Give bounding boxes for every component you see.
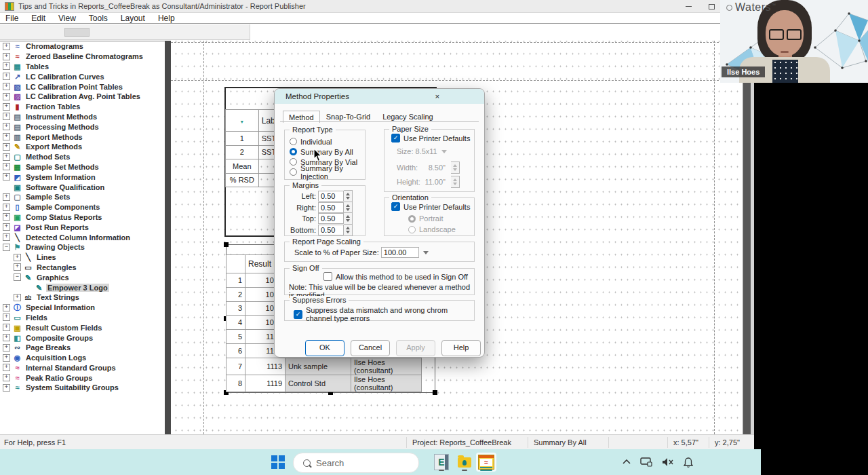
collapse-toggle-icon[interactable]: − xyxy=(3,244,10,251)
panel-divider[interactable] xyxy=(165,41,171,434)
tree-item-report-methods[interactable]: +▥Report Methods xyxy=(0,132,165,142)
expand-toggle-icon[interactable]: + xyxy=(3,62,10,70)
tree-item-special-information[interactable]: +ⓘSpecial Information xyxy=(0,303,165,313)
margin-spinner[interactable] xyxy=(344,224,353,236)
suppress-errors-checkbox-row[interactable]: ✓ Suppress data mismatch and wrong chrom… xyxy=(294,306,474,322)
expand-toggle-icon[interactable]: + xyxy=(3,334,10,341)
expand-toggle-icon[interactable]: + xyxy=(3,314,10,321)
tree-item-sample-components[interactable]: +▯Sample Components xyxy=(0,202,165,212)
expand-toggle-icon[interactable]: + xyxy=(3,153,10,161)
tree-item-instrument-methods[interactable]: +▤Instrument Methods xyxy=(0,112,165,122)
margin-spinner[interactable] xyxy=(344,202,353,214)
project-folder-taskbar-button[interactable] xyxy=(454,453,475,472)
radio-option-summary-by-injection[interactable]: Summary By Injection xyxy=(290,167,365,177)
margin-input[interactable]: 0.50 xyxy=(318,213,344,224)
radio-icon[interactable] xyxy=(290,168,297,176)
use-printer-defaults-checkbox[interactable]: ✓ xyxy=(391,134,400,142)
menu-item-help[interactable]: Help xyxy=(158,14,175,23)
expand-toggle-icon[interactable]: + xyxy=(3,374,10,381)
expand-toggle-icon[interactable]: + xyxy=(3,204,10,211)
minimize-button[interactable] xyxy=(679,2,697,11)
close-icon[interactable]: × xyxy=(391,92,485,100)
network-display-icon[interactable] xyxy=(640,457,652,467)
radio-icon[interactable] xyxy=(290,158,297,166)
use-printer-defaults-checkbox-row[interactable]: ✓ Use Printer Defaults xyxy=(391,134,470,142)
expand-toggle-icon[interactable]: + xyxy=(3,143,10,151)
tree-item-chromatograms[interactable]: +≈Chromatograms xyxy=(0,41,165,52)
expand-toggle-icon[interactable]: + xyxy=(3,193,10,201)
margin-input[interactable]: 0.50 xyxy=(318,225,344,235)
expand-toggle-icon[interactable]: + xyxy=(3,233,10,241)
tree-item-processing-methods[interactable]: +▤Processing Methods xyxy=(0,121,165,132)
orientation-printer-defaults-checkbox[interactable]: ✓ xyxy=(391,202,400,211)
margin-input[interactable]: 0.50 xyxy=(318,191,344,202)
start-button[interactable] xyxy=(271,455,285,469)
expand-toggle-icon[interactable]: + xyxy=(3,53,10,60)
tree-item-drawing-objects[interactable]: −⚑Drawing Objects xyxy=(0,242,165,252)
tree-item-result-custom-fields[interactable]: +▣Result Custom Fields xyxy=(0,322,165,332)
expand-toggle-icon[interactable]: + xyxy=(14,294,21,301)
tree-item-composite-groups[interactable]: +◧Composite Groups xyxy=(0,332,165,343)
expand-toggle-icon[interactable]: + xyxy=(3,123,10,130)
cancel-button[interactable]: Cancel xyxy=(351,340,390,356)
toolbar-button[interactable] xyxy=(64,28,90,37)
tree-item-sample-set-methods[interactable]: +▦Sample Set Methods xyxy=(0,162,165,172)
radio-option-summary-by-all[interactable]: Summary By All xyxy=(290,147,365,157)
tree-item-text-strings[interactable]: +abText Strings xyxy=(0,292,165,303)
tree-item-comp-status-reports[interactable]: +▣Comp Status Reports xyxy=(0,212,165,223)
selection-handle[interactable] xyxy=(433,390,437,395)
scaling-select[interactable]: 100.00 xyxy=(381,247,419,258)
expand-toggle-icon[interactable]: + xyxy=(3,344,10,352)
margin-spinner[interactable] xyxy=(344,212,353,225)
tree-item-export-methods[interactable]: +✎Export Methods xyxy=(0,142,165,152)
expand-toggle-icon[interactable]: + xyxy=(3,73,10,80)
taskbar-search[interactable]: Search xyxy=(293,453,419,473)
menu-item-file[interactable]: File xyxy=(5,14,18,23)
expand-toggle-icon[interactable]: + xyxy=(3,324,10,331)
tray-chevron-up-icon[interactable] xyxy=(623,459,631,465)
expand-toggle-icon[interactable]: + xyxy=(3,223,10,231)
orientation-printer-defaults-row[interactable]: ✓ Use Printer Defaults xyxy=(391,202,470,211)
tree-item-tables[interactable]: +▦Tables xyxy=(0,62,165,72)
margin-spinner[interactable] xyxy=(344,190,353,202)
tree-item-internal-standard-groups[interactable]: +≈Internal Standard Groups xyxy=(0,363,165,373)
tree-item-method-sets[interactable]: +▢Method Sets xyxy=(0,152,165,162)
tree-item-detected-column-information[interactable]: +╲Detected Column Information xyxy=(0,232,165,242)
margin-input[interactable]: 0.50 xyxy=(318,202,344,213)
radio-icon[interactable] xyxy=(290,138,297,145)
tab-snap-to-grid[interactable]: Snap-To-Grid xyxy=(320,110,376,122)
tree-item-system-information[interactable]: +◩System Information xyxy=(0,172,165,182)
volume-muted-icon[interactable] xyxy=(662,457,674,467)
expand-toggle-icon[interactable]: + xyxy=(3,163,10,170)
restore-button[interactable] xyxy=(703,2,720,11)
expand-toggle-icon[interactable]: + xyxy=(3,384,10,392)
tree-item-fraction-tables[interactable]: +▮Fraction Tables xyxy=(0,102,165,112)
tree-item-rectangles[interactable]: +▭Rectangles xyxy=(0,263,165,273)
tree-item-zeroed-baseline-chromatograms[interactable]: +≈Zeroed Baseline Chromatograms xyxy=(0,52,165,62)
expand-toggle-icon[interactable]: + xyxy=(3,364,10,371)
suppress-errors-checkbox[interactable]: ✓ xyxy=(294,310,302,319)
expand-toggle-icon[interactable]: + xyxy=(3,103,10,111)
sign-off-checkbox-row[interactable]: Allow this method to be used in Sign Off xyxy=(323,272,468,281)
expand-toggle-icon[interactable]: + xyxy=(3,304,10,311)
notification-bell-icon[interactable] xyxy=(684,457,693,468)
tree-item-system-suitability-groups[interactable]: +≈System Suitability Groups xyxy=(0,383,165,393)
expand-toggle-icon[interactable]: + xyxy=(3,354,10,362)
tree-item-lc-calibration-curves[interactable]: +↗LC Calibration Curves xyxy=(0,71,165,81)
tree-item-acquisition-logs[interactable]: +◉Acquisition Logs xyxy=(0,353,165,363)
sign-off-checkbox[interactable] xyxy=(323,272,332,281)
expand-toggle-icon[interactable]: + xyxy=(3,113,10,120)
tree-item-fields[interactable]: +▭Fields xyxy=(0,313,165,323)
expand-toggle-icon[interactable]: + xyxy=(3,133,10,140)
tree-item-lc-calibration-avg-point-tables[interactable]: +▨LC Calibration Avg. Point Tables xyxy=(0,92,165,102)
selection-handle[interactable] xyxy=(224,242,229,247)
tree-item-peak-ratio-groups[interactable]: +≈Peak Ratio Groups xyxy=(0,373,165,383)
tree-item-lc-calibration-point-tables[interactable]: +▨LC Calibration Point Tables xyxy=(0,81,165,92)
tree-item-empower-3-logo[interactable]: ✎Empower 3 Logo xyxy=(0,282,165,292)
expand-toggle-icon[interactable]: + xyxy=(14,263,21,271)
help-button[interactable]: Help xyxy=(441,340,481,356)
tree-item-lines[interactable]: +╲Lines xyxy=(0,252,165,263)
expand-toggle-icon[interactable]: + xyxy=(3,213,10,221)
collapse-toggle-icon[interactable]: − xyxy=(14,273,21,281)
tree-item-page-breaks[interactable]: +∾Page Breaks xyxy=(0,343,165,353)
